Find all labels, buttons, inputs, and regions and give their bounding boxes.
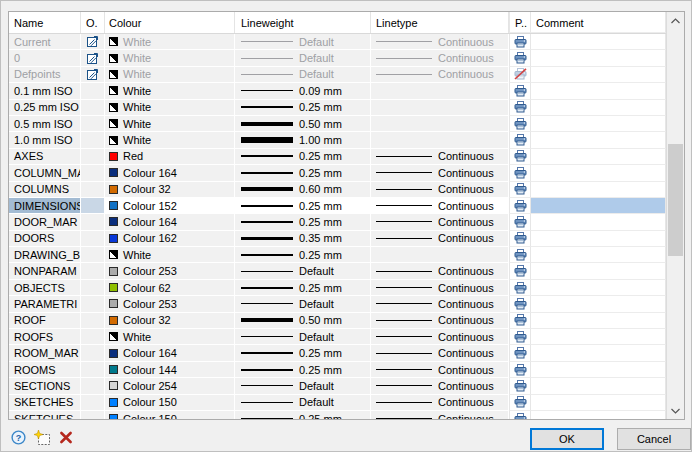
layer-name-cell[interactable]: SECTIONS <box>9 378 81 394</box>
print-cell[interactable] <box>509 296 531 312</box>
lineweight-cell[interactable]: 0.25 mm <box>235 100 371 116</box>
layer-status-cell[interactable] <box>81 313 105 329</box>
layer-name-cell[interactable]: DOOR_MAR <box>9 214 81 230</box>
colour-cell[interactable]: Colour 162 <box>105 231 235 247</box>
comment-cell[interactable] <box>531 182 666 198</box>
comment-cell[interactable] <box>531 329 666 345</box>
layer-name-cell[interactable]: PARAMETRI <box>9 296 81 312</box>
linetype-cell[interactable]: Continuous <box>371 378 509 394</box>
layer-status-cell[interactable] <box>81 329 105 345</box>
table-row[interactable]: SECTIONSColour 254DefaultContinuous <box>9 378 666 394</box>
layer-name-cell[interactable]: 0.1 mm ISO <box>9 83 81 99</box>
layer-name-cell[interactable]: DRAWING_B <box>9 247 81 263</box>
lineweight-cell[interactable]: 0.25 mm <box>235 214 371 230</box>
layer-name-cell[interactable]: Current <box>9 34 81 50</box>
colour-cell[interactable]: Colour 32 <box>105 182 235 198</box>
comment-cell[interactable] <box>531 149 666 165</box>
lineweight-cell[interactable]: Default <box>235 263 371 279</box>
scroll-down-button[interactable] <box>667 402 684 419</box>
table-row[interactable]: CurrentWhiteDefaultContinuous <box>9 34 666 50</box>
layer-name-cell[interactable]: 0 <box>9 50 81 66</box>
cancel-button[interactable]: Cancel <box>617 428 691 450</box>
layer-name-cell[interactable]: NONPARAM <box>9 263 81 279</box>
layer-status-cell[interactable] <box>81 345 105 361</box>
print-cell[interactable] <box>509 263 531 279</box>
comment-cell[interactable] <box>531 411 666 419</box>
table-row[interactable]: DRAWING_BWhite0.25 mm <box>9 247 666 263</box>
colour-cell[interactable]: Colour 152 <box>105 198 235 214</box>
layer-status-cell[interactable] <box>81 132 105 148</box>
column-header-p[interactable]: P.. <box>509 12 531 33</box>
layer-name-cell[interactable]: ROOFS <box>9 329 81 345</box>
colour-cell[interactable]: White <box>105 329 235 345</box>
comment-cell[interactable] <box>531 313 666 329</box>
layer-name-cell[interactable]: 1.0 mm ISO <box>9 132 81 148</box>
column-header-colour[interactable]: Colour <box>105 12 235 33</box>
colour-cell[interactable]: Colour 150 <box>105 395 235 411</box>
table-row[interactable]: SKETCHESColour 150DefaultContinuous <box>9 395 666 411</box>
table-row[interactable]: 0.5 mm ISOWhite0.50 mm <box>9 116 666 132</box>
linetype-cell[interactable]: Continuous <box>371 362 509 378</box>
colour-cell[interactable]: Colour 254 <box>105 378 235 394</box>
vertical-scrollbar[interactable] <box>666 12 684 419</box>
lineweight-cell[interactable]: 0.09 mm <box>235 83 371 99</box>
linetype-cell[interactable]: Continuous <box>371 345 509 361</box>
lineweight-cell[interactable]: Default <box>235 296 371 312</box>
linetype-cell[interactable]: Continuous <box>371 313 509 329</box>
print-cell[interactable] <box>509 313 531 329</box>
linetype-cell[interactable]: Continuous <box>371 50 509 66</box>
comment-cell[interactable] <box>531 362 666 378</box>
layer-status-cell[interactable] <box>81 378 105 394</box>
colour-cell[interactable]: Colour 32 <box>105 313 235 329</box>
lineweight-cell[interactable]: 0.25 mm <box>235 247 371 263</box>
layer-name-cell[interactable]: OBJECTS <box>9 280 81 296</box>
linetype-cell[interactable] <box>371 116 509 132</box>
layer-status-cell[interactable] <box>81 149 105 165</box>
linetype-cell[interactable]: Continuous <box>371 280 509 296</box>
layer-status-cell[interactable] <box>81 362 105 378</box>
print-cell[interactable] <box>509 395 531 411</box>
layer-name-cell[interactable]: DOORS <box>9 231 81 247</box>
table-row[interactable]: PARAMETRIColour 253DefaultContinuous <box>9 296 666 312</box>
linetype-cell[interactable]: Continuous <box>371 34 509 50</box>
layer-status-cell[interactable] <box>81 214 105 230</box>
print-cell[interactable] <box>509 231 531 247</box>
layer-name-cell[interactable]: 0.5 mm ISO <box>9 116 81 132</box>
delete-layer-button[interactable] <box>57 429 74 446</box>
lineweight-cell[interactable]: Default <box>235 50 371 66</box>
layer-name-cell[interactable]: DIMENSIONS <box>9 198 81 214</box>
comment-cell[interactable] <box>531 132 666 148</box>
print-cell[interactable] <box>509 182 531 198</box>
colour-cell[interactable]: White <box>105 132 235 148</box>
column-header-name[interactable]: Name <box>9 12 81 33</box>
colour-cell[interactable]: White <box>105 247 235 263</box>
table-row[interactable]: 0.1 mm ISOWhite0.09 mm <box>9 83 666 99</box>
table-row[interactable]: 0.25 mm ISOWhite0.25 mm <box>9 100 666 116</box>
table-row[interactable]: ROOM_MARColour 1640.25 mmContinuous <box>9 345 666 361</box>
comment-cell[interactable] <box>531 247 666 263</box>
layer-status-cell[interactable] <box>81 100 105 116</box>
layer-name-cell[interactable]: SKETCHES <box>9 411 81 419</box>
table-row[interactable]: DefpointsWhiteDefaultContinuous <box>9 67 666 83</box>
print-cell[interactable] <box>509 83 531 99</box>
colour-cell[interactable]: White <box>105 34 235 50</box>
print-cell[interactable] <box>509 132 531 148</box>
linetype-cell[interactable] <box>371 100 509 116</box>
colour-cell[interactable]: White <box>105 116 235 132</box>
colour-cell[interactable]: Colour 253 <box>105 296 235 312</box>
linetype-cell[interactable]: Continuous <box>371 395 509 411</box>
layer-name-cell[interactable]: ROOF <box>9 313 81 329</box>
table-row[interactable]: DOORSColour 1620.35 mmContinuous <box>9 231 666 247</box>
layer-name-cell[interactable]: AXES <box>9 149 81 165</box>
layer-name-cell[interactable]: 0.25 mm ISO <box>9 100 81 116</box>
comment-cell[interactable] <box>531 116 666 132</box>
lineweight-cell[interactable]: 0.25 mm <box>235 345 371 361</box>
lineweight-cell[interactable]: 0.60 mm <box>235 182 371 198</box>
print-cell[interactable] <box>509 214 531 230</box>
linetype-cell[interactable]: Continuous <box>371 165 509 181</box>
ok-button[interactable]: OK <box>530 428 604 450</box>
print-cell[interactable] <box>509 280 531 296</box>
comment-cell[interactable] <box>531 280 666 296</box>
print-cell[interactable] <box>509 149 531 165</box>
lineweight-cell[interactable]: Default <box>235 378 371 394</box>
